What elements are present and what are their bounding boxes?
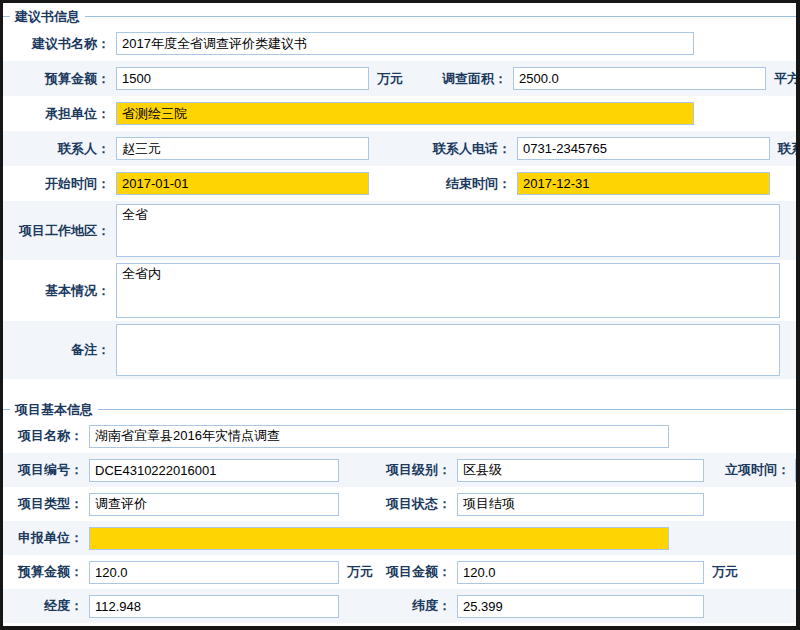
end-time-input[interactable] bbox=[517, 172, 770, 195]
basic-info-textarea[interactable] bbox=[116, 263, 780, 318]
row-lon-lat: 经度： 纬度： bbox=[3, 589, 796, 623]
proposal-info-legend: 建议书信息 bbox=[10, 8, 85, 26]
row-contact: 联系人： 联系人电话： 联系人手机 bbox=[3, 131, 796, 166]
project-budget-unit: 万元 bbox=[347, 563, 377, 581]
project-amount-unit: 万元 bbox=[712, 563, 738, 581]
row-budget-amount: 预算金额： 万元 项目金额： 万元 bbox=[3, 555, 796, 589]
survey-area-label: 调查面积： bbox=[407, 70, 507, 88]
approval-time-label: 立项时间： bbox=[704, 461, 790, 479]
contact-input[interactable] bbox=[116, 137, 369, 160]
start-time-label: 开始时间： bbox=[3, 175, 110, 193]
project-status-input[interactable] bbox=[457, 493, 704, 516]
row-project-name: 项目名称： bbox=[3, 419, 796, 453]
row-applicant: 申报单位： bbox=[3, 521, 796, 555]
applicant-input[interactable] bbox=[89, 527, 669, 550]
contact-phone-input[interactable] bbox=[517, 137, 770, 160]
approval-time-input[interactable] bbox=[795, 459, 796, 482]
contact-phone-label: 联系人电话： bbox=[407, 140, 511, 158]
remark-label: 备注： bbox=[3, 341, 110, 359]
budget-input[interactable] bbox=[116, 67, 369, 90]
project-info-legend: 项目基本信息 bbox=[10, 401, 98, 419]
longitude-label: 经度： bbox=[3, 597, 83, 615]
row-budget-area: 预算金额： 万元 调查面积： 平方千米 bbox=[3, 61, 796, 96]
row-dates: 开始时间： 结束时间： bbox=[3, 166, 796, 201]
project-code-label: 项目编号： bbox=[3, 461, 83, 479]
project-type-label: 项目类型： bbox=[3, 495, 83, 513]
end-time-label: 结束时间： bbox=[407, 175, 511, 193]
undertaker-input[interactable] bbox=[116, 102, 694, 125]
latitude-input[interactable] bbox=[457, 595, 704, 618]
budget-label: 预算金额： bbox=[3, 70, 110, 88]
project-status-label: 项目状态： bbox=[339, 495, 451, 513]
project-info-fieldset: 项目基本信息 项目名称： 项目编号： 项目级别： 立项时间： 项目类型： 项目状… bbox=[3, 409, 796, 623]
basic-info-label: 基本情况： bbox=[3, 282, 110, 300]
project-amount-label: 项目金额： bbox=[377, 563, 451, 581]
survey-area-unit: 平方千米 bbox=[774, 70, 796, 88]
row-proposal-name: 建议书名称： bbox=[3, 26, 796, 61]
project-name-input[interactable] bbox=[89, 425, 669, 448]
row-type-status: 项目类型： 项目状态： bbox=[3, 487, 796, 521]
start-time-input[interactable] bbox=[116, 172, 369, 195]
work-region-label: 项目工作地区： bbox=[3, 222, 110, 240]
row-remark: 备注： bbox=[3, 321, 796, 379]
project-type-input[interactable] bbox=[89, 493, 339, 516]
row-work-region: 项目工作地区： bbox=[3, 201, 796, 260]
row-code-level: 项目编号： 项目级别： 立项时间： bbox=[3, 453, 796, 487]
project-level-label: 项目级别： bbox=[339, 461, 451, 479]
budget-unit: 万元 bbox=[377, 70, 407, 88]
work-region-textarea[interactable] bbox=[116, 204, 780, 257]
project-level-input[interactable] bbox=[457, 459, 704, 482]
proposal-name-input[interactable] bbox=[116, 32, 694, 55]
undertaker-label: 承担单位： bbox=[3, 105, 110, 123]
project-budget-label: 预算金额： bbox=[3, 563, 83, 581]
proposal-info-fieldset: 建议书信息 建议书名称： 预算金额： 万元 调查面积： 平方千米 承担单位： 联… bbox=[3, 16, 796, 379]
project-name-label: 项目名称： bbox=[3, 427, 83, 445]
project-amount-input[interactable] bbox=[457, 561, 704, 584]
proposal-name-label: 建议书名称： bbox=[3, 35, 110, 53]
project-code-input[interactable] bbox=[89, 459, 339, 482]
survey-area-input[interactable] bbox=[513, 67, 766, 90]
row-basic-info: 基本情况： bbox=[3, 260, 796, 321]
remark-textarea[interactable] bbox=[116, 324, 780, 376]
form-window: 建议书信息 建议书名称： 预算金额： 万元 调查面积： 平方千米 承担单位： 联… bbox=[0, 0, 800, 630]
longitude-input[interactable] bbox=[89, 595, 339, 618]
project-budget-input[interactable] bbox=[89, 561, 339, 584]
applicant-label: 申报单位： bbox=[3, 529, 83, 547]
contact-mobile-label: 联系人手机 bbox=[778, 140, 796, 158]
contact-label: 联系人： bbox=[3, 140, 110, 158]
row-undertaker: 承担单位： bbox=[3, 96, 796, 131]
latitude-label: 纬度： bbox=[339, 597, 451, 615]
